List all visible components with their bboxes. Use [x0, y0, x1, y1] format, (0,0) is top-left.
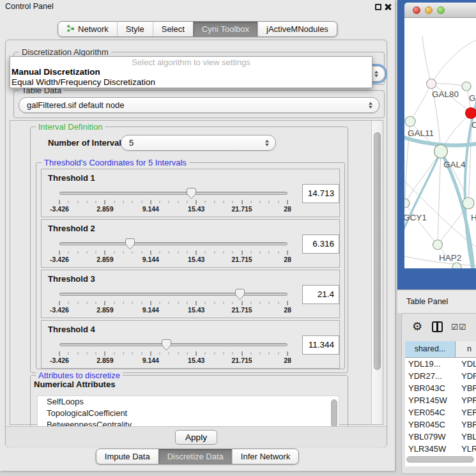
slider-tick [141, 352, 142, 355]
top-tab-bar: Network Style Select Cyni Toolbox jActiv… [58, 21, 337, 37]
slider-tick [123, 201, 123, 203]
float-window-icon[interactable] [375, 4, 381, 10]
node-red-selected[interactable] [466, 108, 476, 119]
slider-tick [59, 351, 60, 356]
threshold-value-field[interactable]: 21.4 [302, 285, 339, 304]
node-h[interactable] [463, 197, 474, 209]
node-label: GAL11 [408, 128, 434, 138]
tab-style[interactable]: Style [117, 22, 153, 36]
table-row[interactable]: YER054CYER0 [405, 406, 476, 418]
tab-jactivemnodules[interactable]: jActiveMNodules [257, 22, 337, 36]
numerical-attributes-list[interactable]: SelfLoopsTopologicalCoefficientBetweenne… [37, 395, 339, 429]
threshold-slider[interactable] [59, 187, 288, 199]
node-gcy1[interactable] [404, 199, 410, 208]
tab-impute-data[interactable]: Impute Data [96, 449, 158, 464]
list-scrollbar[interactable] [331, 399, 337, 427]
group-label: Attributes to discretize [36, 371, 123, 380]
slider-tick [150, 301, 151, 305]
node-gal11[interactable] [405, 116, 415, 127]
slider-tick [187, 251, 187, 254]
slider-thumb[interactable] [162, 339, 171, 351]
slider-tick [105, 250, 105, 255]
table-row[interactable]: YBL079WYBL0 [405, 431, 476, 443]
slider-tick-label: 2.859 [96, 306, 113, 314]
tab-discretize-data[interactable]: Discretize Data [158, 449, 232, 464]
vertical-scrollbar[interactable] [371, 121, 383, 424]
mac-close-button[interactable] [413, 6, 420, 14]
table-row[interactable]: YDR27...YDR2 [405, 370, 476, 382]
slider-tick-label: 15.43 [188, 306, 204, 314]
slider-tick [214, 201, 215, 203]
table-row[interactable]: YDL19...YDL1 [405, 358, 476, 370]
gear-icon[interactable]: ⚙ [412, 320, 422, 333]
slider-thumb[interactable] [187, 188, 196, 199]
table-data-combobox[interactable]: galFiltered.sif default node [19, 97, 380, 113]
slider-tick-label: 21.715 [232, 205, 252, 213]
slider-tick [233, 302, 233, 304]
node-label: H [471, 213, 476, 222]
tab-select[interactable]: Select [153, 22, 193, 36]
slider-tick [233, 251, 233, 254]
slider-tick-label: 2.859 [96, 357, 113, 364]
node-gal4[interactable] [434, 145, 448, 158]
node-bottom[interactable] [452, 263, 461, 268]
node-hap2[interactable] [433, 240, 443, 250]
slider-tick [278, 302, 279, 304]
dropdown-option-manual-discretization[interactable]: Manual Discretization [10, 67, 372, 77]
node-right-top[interactable] [462, 82, 471, 91]
slider-tick [224, 302, 224, 304]
slider-tick [59, 301, 60, 305]
tab-network[interactable]: Network [58, 22, 117, 36]
node-label: GA [469, 93, 476, 103]
table-row[interactable]: YLR345WYLR3 [405, 443, 476, 455]
network-canvas[interactable]: GAL80 GA C GAL11 GAL4 GCY1 H HAP2 [404, 18, 476, 268]
threshold-value-field[interactable]: 11.344 [302, 335, 339, 355]
slider-tick [96, 201, 96, 203]
slider-tick [214, 352, 215, 355]
slider-thumb[interactable] [125, 238, 135, 250]
slider-tick-label: -3.426 [50, 357, 69, 364]
table-row[interactable]: YBR045CYBR0 [405, 418, 476, 431]
slider-tick-label: 15.43 [188, 256, 204, 263]
slider-tick [68, 302, 69, 304]
slider-tick [59, 200, 60, 204]
table-row[interactable]: YBR043CYBR0 [405, 382, 476, 394]
slider-tick-label: 15.43 [188, 205, 204, 213]
threshold-slider[interactable] [59, 339, 288, 350]
slider-tick [250, 352, 251, 355]
slider-ticks [59, 250, 288, 255]
number-of-intervals-combobox[interactable]: 5 [121, 135, 276, 151]
threshold-value-field[interactable]: 6.316 [302, 234, 339, 254]
tab-label: Cyni Toolbox [202, 24, 249, 34]
tab-cyni-toolbox[interactable]: Cyni Toolbox [193, 22, 257, 36]
close-icon[interactable] [384, 3, 392, 11]
threshold-slider[interactable] [59, 238, 288, 249]
combobox-value: 5 [129, 138, 134, 148]
table-row[interactable]: YPR145WYPR1 [405, 394, 476, 406]
list-item[interactable]: SelfLoops [38, 396, 339, 408]
horizontal-scrollbar[interactable] [406, 456, 474, 463]
scrollbar-thumb[interactable] [374, 132, 381, 370]
list-item[interactable]: TopologicalCoefficient [38, 408, 339, 419]
mac-minimize-button[interactable] [425, 6, 433, 14]
node-gal80[interactable] [427, 79, 436, 89]
slider-tick [96, 352, 96, 355]
apply-button[interactable]: Apply [175, 430, 217, 445]
threshold-label: Threshold 3 [48, 274, 95, 284]
threshold-slider[interactable] [59, 288, 288, 300]
slider-thumb[interactable] [235, 289, 245, 300]
slider-tick [123, 352, 123, 355]
slider-tick [288, 250, 288, 255]
table-cell: YPR145W [405, 394, 456, 406]
mac-zoom-button[interactable] [437, 6, 445, 14]
threshold-value-field[interactable]: 14.713 [302, 184, 339, 203]
slider-tick-label: 28 [284, 205, 291, 213]
slider-tick [196, 200, 197, 204]
slider-tick [178, 201, 178, 203]
tab-infer-network[interactable]: Infer Network [232, 449, 298, 464]
dropdown-option-equal-width-frequency[interactable]: Equal Width/Frequency Discretization [10, 77, 372, 88]
checked-checkbox-icons[interactable]: ☑☑ [451, 322, 466, 332]
column-header-shared-name[interactable]: shared... [405, 341, 456, 357]
column-header-name[interactable]: n [456, 341, 476, 357]
columns-icon[interactable] [432, 321, 443, 332]
